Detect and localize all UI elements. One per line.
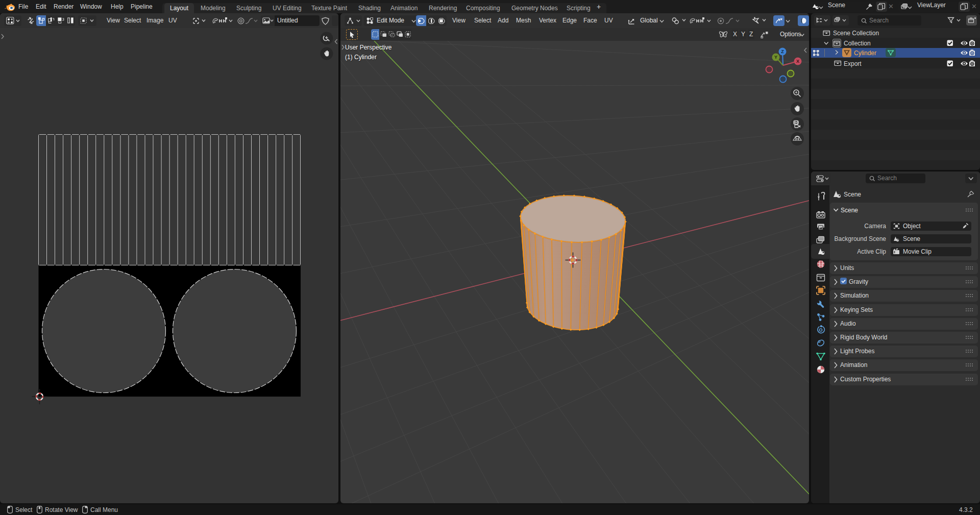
svg-text:X: X	[796, 59, 799, 64]
svg-text:User Perspective: User Perspective	[345, 44, 392, 51]
svg-text:Z: Z	[781, 49, 784, 54]
svg-text:(1) Cylinder: (1) Cylinder	[345, 54, 377, 61]
svg-text:Y: Y	[774, 55, 777, 60]
